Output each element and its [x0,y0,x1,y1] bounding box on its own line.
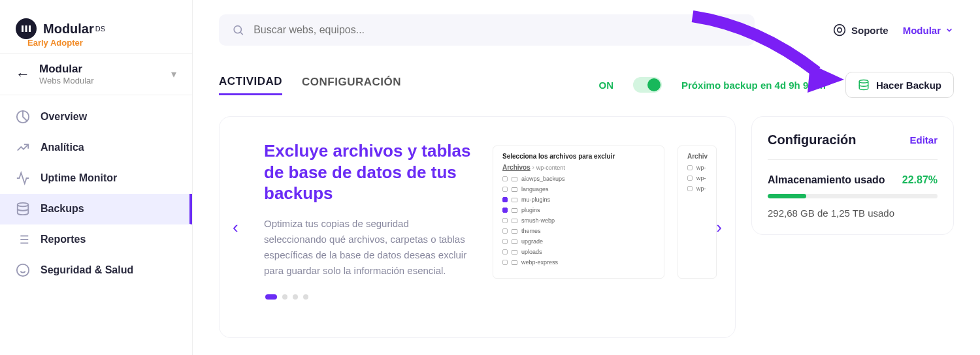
nav-label: Backups [41,203,84,215]
db-icon [16,202,30,216]
search-box[interactable] [219,14,755,46]
site-sub: Webs Modular [39,76,94,85]
config-card-title: Configuración [768,132,857,147]
chevron-down-icon[interactable]: ▾ [171,68,176,80]
support-link[interactable]: Soporte [833,23,889,37]
search-icon [232,23,244,37]
monitor-icon [16,171,30,185]
carousel-dots [264,294,717,300]
file-item: wp- [687,162,707,173]
file-item: upgrade [502,236,655,247]
tabs-row: ACTIVIDAD CONFIGURACIÓN ON Próximo backu… [219,72,954,98]
sidebar-item-anal-tica[interactable]: Analítica [0,132,192,163]
svg-rect-1 [25,25,27,32]
sidebar-item-seguridad-salud[interactable]: Seguridad & Salud [0,255,192,286]
nav-label: Analítica [41,142,84,153]
sidebar-item-reportes[interactable]: Reportes [0,224,192,255]
logo-subtitle: Early Adopter [27,38,192,53]
info-carousel: ‹ › Excluye archivos y tablas de base de… [219,116,736,338]
logo-icon [16,18,37,39]
user-label: Modular [903,25,941,36]
svg-rect-2 [29,25,31,32]
nav-label: Overview [41,111,87,123]
main-content: Soporte Modular ACTIVIDAD CONFIGURACIÓN … [193,0,980,355]
file-item: smush-webp [502,215,655,226]
file-item: aiowps_backups [502,174,655,184]
back-arrow-icon[interactable]: ← [16,66,30,83]
config-card: Configuración Editar Almacenamiento usad… [751,116,954,235]
file-item: mu-plugins [502,194,655,205]
carousel-dot[interactable] [282,294,287,300]
tab-activity[interactable]: ACTIVIDAD [219,75,282,95]
config-edit-link[interactable]: Editar [909,134,938,146]
carousel-next[interactable]: › [716,217,722,238]
storage-detail: 292,68 GB de 1,25 TB usado [768,208,938,219]
sidebar-item-overview[interactable]: Overview [0,102,192,132]
backup-toggle[interactable] [633,77,662,93]
pie-icon [16,110,30,124]
search-input[interactable] [253,24,742,36]
support-icon [833,23,846,37]
backup-button-label: Hacer Backup [876,80,941,91]
carousel-dot[interactable] [293,294,298,300]
sidebar: ModularDS Early Adopter ← Modular Webs M… [0,0,193,355]
storage-label: Almacenamiento usado [768,174,885,186]
file-item: languages [502,184,655,194]
file-item: webp-express [502,257,655,268]
toggle-label: ON [599,80,614,91]
svg-point-17 [838,28,842,33]
carousel-illustration: Selecciona los archivos para excluir Arc… [493,140,717,279]
site-selector[interactable]: ← Modular Webs Modular ▾ [0,53,192,95]
nav-label: Seguridad & Salud [41,264,133,276]
storage-progress [768,194,938,198]
database-icon [858,79,870,91]
storage-pct: 22.87% [902,174,938,186]
svg-rect-0 [22,25,24,32]
svg-point-14 [234,26,241,33]
sidebar-item-backups[interactable]: Backups [0,194,192,224]
svg-point-4 [18,203,29,207]
svg-point-11 [17,264,29,276]
svg-line-15 [240,33,243,35]
next-backup-text: Próximo backup en 4d 9h 9min [681,80,826,91]
file-item: themes [502,226,655,236]
file-item: uploads [502,247,655,257]
logo-suffix: DS [95,25,105,33]
panel-heading: Selecciona los archivos para excluir [502,153,655,160]
carousel-prev[interactable]: ‹ [233,217,238,238]
carousel-title: Excluye archivos y tablas de base de dat… [264,140,473,204]
support-label: Soporte [851,25,889,36]
svg-point-16 [834,25,845,36]
nav-label: Uptime Monitor [41,172,117,184]
list-icon [16,232,30,247]
make-backup-button[interactable]: Hacer Backup [845,72,954,98]
carousel-dot[interactable] [303,294,308,300]
file-item: plugins [502,205,655,215]
smile-icon [16,263,30,277]
chevron-down-icon [945,25,954,35]
svg-point-18 [859,80,868,84]
file-item: wp- [687,183,707,194]
sidebar-nav: OverviewAnalíticaUptime MonitorBackupsRe… [0,95,192,286]
trend-icon [16,140,30,155]
nav-label: Reportes [41,234,86,245]
logo-block: ModularDS Early Adopter [0,0,192,53]
file-item: wp- [687,173,707,183]
sidebar-item-uptime-monitor[interactable]: Uptime Monitor [0,163,192,194]
top-bar: Soporte Modular [219,14,954,46]
carousel-desc: Optimiza tus copias de seguridad selecci… [264,216,473,279]
carousel-dot[interactable] [265,294,277,300]
site-name: Modular [39,63,94,76]
user-menu[interactable]: Modular [903,25,954,36]
tab-config[interactable]: CONFIGURACIÓN [302,76,401,94]
logo-text: Modular [43,22,94,36]
